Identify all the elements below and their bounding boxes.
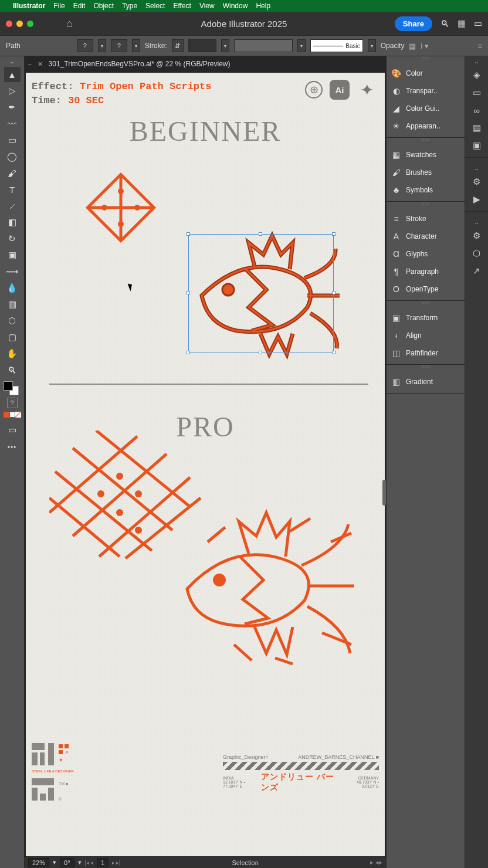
status-end-icon[interactable]: ▸ ◂▸: [370, 859, 382, 866]
opacity-label[interactable]: Opacity: [381, 42, 405, 50]
layers-icon[interactable]: ◈: [469, 67, 485, 83]
align-icon[interactable]: ▦: [409, 42, 416, 50]
libraries-icon[interactable]: ▣: [469, 137, 485, 154]
panel-paragraph[interactable]: ¶Paragraph: [387, 263, 465, 280]
close-window[interactable]: [6, 21, 12, 27]
search-icon[interactable]: 🔍︎: [440, 19, 449, 29]
3d-icon[interactable]: ⬡: [469, 245, 485, 262]
properties-icon[interactable]: ⚙: [469, 174, 485, 190]
art-beginner-diamond[interactable]: [80, 167, 162, 249]
var-width-profile[interactable]: [234, 39, 293, 52]
paintbrush-tool[interactable]: 🖌: [4, 165, 21, 181]
scale-tool[interactable]: ▣: [4, 247, 21, 263]
actions-icon[interactable]: ▶: [469, 191, 485, 208]
panel-swatches[interactable]: ▦Swatches: [387, 146, 465, 164]
panel-gradient[interactable]: ▥Gradient: [387, 373, 465, 391]
menu-select[interactable]: Select: [145, 2, 165, 10]
eraser-tool[interactable]: ◧: [4, 215, 21, 230]
menu-edit[interactable]: Edit: [73, 2, 86, 10]
panel-grip-icon[interactable]: ••: [475, 221, 479, 226]
panel-transparency[interactable]: ◐Transpar..: [387, 82, 465, 100]
zoom-field[interactable]: 22%: [28, 858, 49, 867]
var-width-dropdown[interactable]: ▾: [297, 39, 306, 52]
home-icon[interactable]: ⌂: [66, 18, 73, 30]
panel-opentype[interactable]: OOpenType: [387, 280, 465, 298]
panel-symbols[interactable]: ♣Symbols: [387, 181, 465, 199]
direct-selection-tool[interactable]: ▷: [4, 83, 21, 99]
curvature-tool[interactable]: 〰: [4, 116, 21, 131]
artboard-tool[interactable]: ▢: [4, 330, 21, 345]
hand-tool[interactable]: ✋: [4, 346, 21, 361]
panel-grip-icon[interactable]: ⠿⠿⠿: [387, 365, 465, 371]
panel-grip-icon[interactable]: ⠿⠿⠿: [387, 56, 465, 62]
asset-export-icon[interactable]: ▤: [469, 120, 485, 136]
selection-tool[interactable]: ▲: [4, 67, 21, 82]
screen-mode-tool[interactable]: ▭: [4, 422, 21, 438]
menu-file[interactable]: File: [53, 2, 65, 10]
close-tab-icon[interactable]: ✕: [38, 60, 43, 68]
ellipse-tool[interactable]: ◯: [4, 149, 21, 164]
panel-appearance[interactable]: ☀Appearan..: [387, 117, 465, 135]
color-mode-swatches[interactable]: [4, 412, 21, 418]
panel-brushes[interactable]: 🖌Brushes: [387, 164, 465, 181]
menu-help[interactable]: Help: [256, 2, 270, 10]
panel-glyphs[interactable]: ⱭGlyphs: [387, 245, 465, 263]
pane-resize-handle[interactable]: [382, 480, 386, 506]
type-tool[interactable]: T: [4, 182, 21, 197]
panel-color-guide[interactable]: ◢Color Gui..: [387, 100, 465, 117]
maximize-window[interactable]: [27, 21, 33, 27]
panel-stroke[interactable]: ≡Stroke: [387, 210, 465, 228]
arrange-panels-icon[interactable]: ▦: [458, 18, 466, 29]
fill-stroke-indicator[interactable]: [4, 381, 21, 396]
selection-bounding-box[interactable]: [188, 234, 334, 352]
panel-transform[interactable]: ▣Transform: [387, 309, 465, 327]
pen-tool[interactable]: ✒: [4, 100, 21, 115]
panel-grip-icon[interactable]: ⠿⠿⠿: [387, 138, 465, 144]
fill-dropdown[interactable]: ▾: [98, 39, 106, 52]
line-tool[interactable]: ⟋: [4, 198, 21, 213]
stroke-weight-stepper[interactable]: ⇵: [172, 39, 184, 52]
panel-align[interactable]: ⫞Align: [387, 327, 465, 344]
shape-builder-tool[interactable]: ⬡: [4, 313, 21, 328]
css-icon[interactable]: ⚙: [469, 228, 485, 244]
art-pro-fish[interactable]: [175, 507, 357, 665]
document-tab[interactable]: •• ✕ 301_TrimOpenEndsBegVSPro.ai* @ 22 %…: [25, 56, 386, 72]
share-button[interactable]: Share: [395, 16, 432, 31]
menu-effect[interactable]: Effect: [173, 2, 191, 10]
artboards-icon[interactable]: ▭: [469, 84, 485, 101]
export-icon[interactable]: ↗: [469, 263, 485, 279]
menu-window[interactable]: Window: [223, 2, 248, 10]
workspace-icon[interactable]: ▭: [474, 18, 482, 29]
stroke-color-swatch[interactable]: ?: [111, 39, 127, 52]
panel-grip-icon[interactable]: ••: [475, 167, 479, 172]
panel-color[interactable]: 🎨Color: [387, 65, 465, 82]
artboard-nav[interactable]: |◂◂: [85, 860, 93, 866]
panel-grip-icon[interactable]: ⠿⠿⠿: [387, 301, 465, 307]
menu-type[interactable]: Type: [122, 2, 137, 10]
stroke-weight-field[interactable]: [188, 39, 216, 52]
links-icon[interactable]: ∞: [469, 102, 485, 118]
stroke-weight-dropdown[interactable]: ▾: [221, 39, 229, 52]
rectangle-tool[interactable]: ▭: [4, 133, 21, 148]
panel-character[interactable]: ACharacter: [387, 228, 465, 245]
unknown-tool[interactable]: ?: [7, 398, 18, 408]
menu-object[interactable]: Object: [93, 2, 114, 10]
zoom-dropdown-icon[interactable]: ▾: [53, 859, 56, 866]
width-tool[interactable]: ⟿: [4, 264, 21, 279]
panel-pathfinder[interactable]: ◫Pathfinder: [387, 344, 465, 362]
artboard-field[interactable]: 1: [97, 858, 109, 867]
brush-definition[interactable]: Basic: [310, 39, 363, 52]
canvas[interactable]: Effect: Trim Open Path Scripts Time: 30 …: [26, 73, 385, 856]
gradient-tool[interactable]: ▥: [4, 297, 21, 312]
fill-swatch[interactable]: ?: [77, 39, 93, 52]
rotate-dropdown-icon[interactable]: ▾: [78, 859, 82, 866]
eyedropper-tool[interactable]: 💧: [4, 280, 21, 296]
menubar-app[interactable]: Illustrator: [13, 2, 45, 10]
brush-dropdown[interactable]: ▾: [368, 39, 376, 52]
shape-icon[interactable]: ⊦▾: [421, 42, 429, 50]
stroke-color-dropdown[interactable]: ▾: [132, 39, 140, 52]
panel-grip-icon[interactable]: ••: [475, 60, 479, 66]
more-tools-icon[interactable]: •••: [8, 443, 17, 452]
artboard-nav-next[interactable]: ▸▸|: [112, 860, 120, 866]
menu-view[interactable]: View: [199, 2, 215, 10]
